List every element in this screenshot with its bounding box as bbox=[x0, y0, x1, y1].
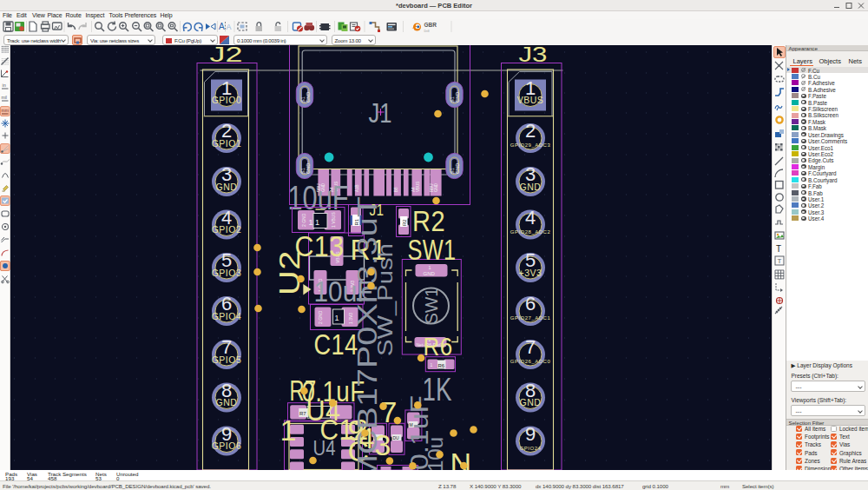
svg-text:GBR: GBR bbox=[424, 22, 437, 28]
svg-text:SW1: SW1 bbox=[407, 233, 456, 266]
svg-text:DU: DU bbox=[392, 435, 399, 440]
svg-text:GND: GND bbox=[455, 92, 460, 103]
svg-text:VBUS: VBUS bbox=[516, 95, 543, 105]
svg-text:GND: GND bbox=[519, 182, 541, 192]
svg-text:GPIO1: GPIO1 bbox=[211, 138, 241, 149]
svg-text:VBUS: VBUS bbox=[415, 182, 419, 192]
svg-text:Drill: Drill bbox=[424, 30, 430, 33]
svg-text:GPIO29_ADC3: GPIO29_ADC3 bbox=[510, 142, 550, 148]
svg-text:GND: GND bbox=[215, 182, 237, 192]
svg-text:SW_Push: SW_Push bbox=[372, 243, 396, 356]
svg-text:1 VBUS: 1 VBUS bbox=[330, 212, 335, 228]
svg-text:4: 4 bbox=[524, 207, 535, 228]
svg-text:GND: GND bbox=[215, 397, 237, 407]
svg-text:9: 9 bbox=[524, 423, 535, 445]
svg-text:A: A bbox=[219, 22, 225, 31]
svg-text:1: 1 bbox=[334, 314, 339, 322]
svg-text:GND: GND bbox=[423, 271, 435, 276]
svg-text:GPIO26_ADC0: GPIO26_ADC0 bbox=[510, 359, 550, 364]
svg-text:A: A bbox=[227, 23, 232, 31]
svg-text:J2: J2 bbox=[209, 45, 242, 66]
svg-text:GPIO28_ADC2: GPIO28_ADC2 bbox=[510, 229, 550, 235]
svg-text:SW1: SW1 bbox=[420, 288, 440, 324]
svg-text:+3V3: +3V3 bbox=[518, 268, 542, 278]
svg-text:GPIO2: GPIO2 bbox=[211, 224, 241, 235]
svg-text:GPIO4: GPIO4 bbox=[211, 311, 241, 321]
svg-text:7: 7 bbox=[524, 336, 535, 358]
svg-text:GND: GND bbox=[455, 163, 460, 174]
svg-text:GPIO3: GPIO3 bbox=[211, 268, 241, 278]
svg-text:R2: R2 bbox=[401, 219, 406, 226]
svg-text:T: T bbox=[777, 257, 781, 265]
svg-text:U2: U2 bbox=[272, 250, 305, 295]
svg-text:GND: GND bbox=[305, 92, 310, 103]
svg-text:GND: GND bbox=[305, 163, 310, 174]
svg-text:1: 1 bbox=[430, 362, 432, 368]
svg-text:mil: mil bbox=[2, 95, 7, 100]
svg-text:B8: B8 bbox=[393, 187, 398, 192]
svg-text:1 1: 1 1 bbox=[308, 218, 319, 227]
svg-text:GND: GND bbox=[433, 182, 437, 192]
svg-text:R6: R6 bbox=[437, 363, 444, 368]
svg-text:A1B: A1B bbox=[354, 184, 358, 192]
svg-text:in: in bbox=[3, 83, 6, 88]
svg-text:T: T bbox=[776, 244, 781, 254]
svg-text:2 GND: 2 GND bbox=[300, 213, 306, 227]
svg-text:GPIO5: GPIO5 bbox=[211, 354, 241, 365]
svg-text:GND: GND bbox=[519, 397, 541, 407]
svg-text:R6: R6 bbox=[423, 332, 452, 361]
svg-text:GPIO6: GPIO6 bbox=[211, 440, 241, 451]
svg-text:2 GND: 2 GND bbox=[317, 310, 322, 324]
svg-text:mm: mm bbox=[2, 108, 9, 113]
svg-text:6: 6 bbox=[524, 293, 535, 315]
svg-text:2: 2 bbox=[524, 120, 535, 142]
svg-text:GPIO0: GPIO0 bbox=[211, 95, 241, 105]
svg-text:GPIO24: GPIO24 bbox=[519, 446, 541, 451]
svg-text:GPIO27_ADC1: GPIO27_ADC1 bbox=[510, 315, 550, 321]
svg-text:7: 7 bbox=[380, 395, 397, 428]
svg-text:1K: 1K bbox=[422, 372, 451, 407]
svg-text:1: 1 bbox=[279, 414, 296, 447]
svg-text:J3: J3 bbox=[518, 45, 547, 66]
